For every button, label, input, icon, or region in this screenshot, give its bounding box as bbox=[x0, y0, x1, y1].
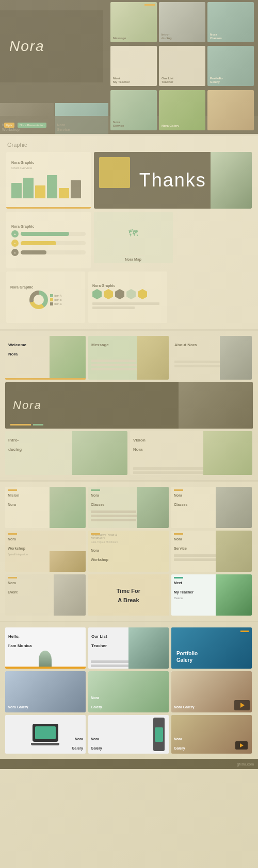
portfolio-label: PortfolioGalery bbox=[176, 650, 198, 663]
classes-grid: MisionNora NoraClasses NoraClasses bbox=[5, 487, 253, 616]
gallery-video-card: NoraGalery bbox=[171, 715, 252, 754]
meet-teacher-card: MeetMy Teacher Cesca bbox=[171, 574, 252, 616]
gallery-section: Hello,I'am Monica Our ListTeacher Portfo… bbox=[0, 621, 258, 759]
device-screen bbox=[35, 726, 56, 739]
nora-gallery-city-card: Nora Galery bbox=[5, 671, 86, 712]
gallery-phone-card: NoraGalery bbox=[88, 715, 169, 754]
portfolio-accent bbox=[240, 631, 249, 632]
nora-gallery-beach-card: Nora Galery bbox=[171, 671, 252, 712]
bottom-gallery-row: NoraGalery NoraGalery NoraGalery bbox=[5, 715, 253, 754]
our-list-teacher-card: Our ListTeacher bbox=[88, 627, 169, 669]
classes-section: MisionNora NoraClasses NoraClasses bbox=[0, 480, 258, 621]
thanks-text: Thanks bbox=[139, 169, 206, 191]
accent-bar-8 bbox=[174, 577, 183, 578]
nora-gallery-yoga-card: NoraGalery bbox=[88, 671, 169, 712]
time-break-text: Time ForA Break bbox=[117, 588, 140, 603]
hello-monica-card: Hello,I'am Monica bbox=[5, 627, 86, 669]
portfolio-gallery-card: PortfolioGalery bbox=[171, 627, 252, 669]
gallery-device-card: NoraGalery bbox=[5, 715, 86, 754]
time-break-card: Time ForA Break bbox=[88, 574, 169, 616]
laptop-icon bbox=[33, 724, 58, 742]
